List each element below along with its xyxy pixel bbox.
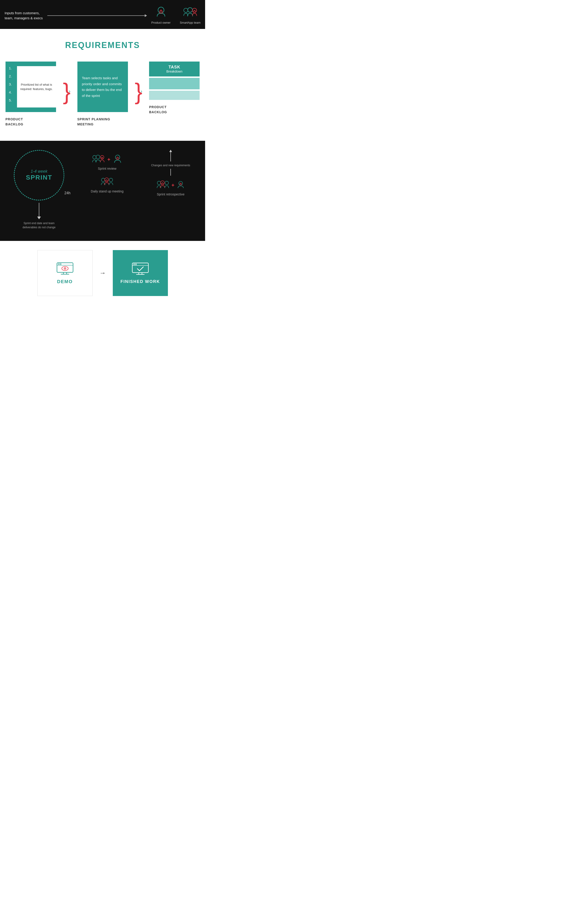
retro-plus-icon: + bbox=[172, 182, 175, 188]
top-icons: Product owner SmartApp team bbox=[152, 7, 201, 24]
arrow-line bbox=[47, 15, 147, 16]
sprint-circle: 1-4 week SPRINT 24h bbox=[14, 150, 64, 201]
plus-icon: + bbox=[107, 157, 110, 162]
svg-point-18 bbox=[157, 181, 161, 185]
daily-standup-group: Daily stand up meeting bbox=[91, 177, 123, 193]
up-arrow-icon bbox=[170, 150, 171, 161]
connector-2: } › bbox=[135, 80, 142, 103]
svg-point-2 bbox=[161, 12, 161, 12]
task-bar-1 bbox=[149, 78, 200, 89]
finished-screen-icon bbox=[131, 262, 150, 276]
daily-standup-icon bbox=[101, 177, 113, 188]
finished-work-label: FINISHED WORK bbox=[121, 279, 160, 284]
retro-team-icon bbox=[157, 180, 169, 191]
right-arrow-icon: → bbox=[100, 269, 106, 277]
svg-point-14 bbox=[101, 178, 105, 182]
backlog-inner: Prioritized list of what is required: fe… bbox=[17, 66, 56, 107]
task-sub: Breakdown bbox=[152, 70, 197, 73]
task-header: TASK Breakdown bbox=[149, 61, 200, 77]
chevron-right-2-icon: › bbox=[141, 89, 142, 94]
requirements-section: REQUIREMENTS 1. 2. 3. 4. 5. Prioritized … bbox=[0, 29, 205, 141]
demo-label: DEMO bbox=[57, 279, 73, 284]
connector-1: } › bbox=[63, 80, 70, 103]
svg-point-20 bbox=[165, 181, 168, 185]
task-bar-2 bbox=[149, 91, 200, 100]
task-backlog-label: PRODUCT BACKLOG bbox=[149, 104, 167, 115]
sprint-right: Changes and new requirements bbox=[143, 150, 198, 196]
svg-point-7 bbox=[93, 156, 96, 159]
finished-work-box: FINISHED WORK bbox=[113, 250, 168, 296]
sprint-label: SPRINT bbox=[26, 174, 52, 181]
svg-point-30 bbox=[58, 263, 59, 265]
backlog-label: PRODUCT BACKLOG bbox=[6, 117, 23, 127]
backlog-column: 1. 2. 3. 4. 5. Prioritized list of what … bbox=[6, 61, 56, 127]
backlog-inner-text: Prioritized list of what is required: fe… bbox=[19, 83, 54, 92]
svg-point-16 bbox=[109, 178, 113, 182]
smartapp-team-icon bbox=[183, 7, 197, 20]
daily-standup-label: Daily stand up meeting bbox=[91, 190, 123, 193]
sprint-middle: + Sprint review bbox=[76, 150, 138, 193]
sprint-planning-box: Team selects tasks and priority order an… bbox=[77, 61, 128, 112]
task-title: TASK bbox=[152, 65, 197, 70]
sprint-review-team-icon bbox=[92, 155, 105, 165]
sprint-review-icons: + bbox=[92, 155, 122, 165]
requirements-columns: 1. 2. 3. 4. 5. Prioritized list of what … bbox=[7, 61, 198, 127]
retro-person-icon bbox=[177, 180, 185, 191]
svg-point-4 bbox=[188, 8, 192, 12]
sprint-24h: 24h bbox=[64, 191, 70, 195]
svg-point-31 bbox=[60, 263, 61, 265]
svg-point-41 bbox=[135, 264, 136, 265]
task-breakdown-box: TASK Breakdown bbox=[149, 61, 200, 100]
svg-point-34 bbox=[64, 268, 65, 269]
svg-point-8 bbox=[96, 155, 100, 159]
retro-group: + Sprint retrospective bbox=[157, 180, 185, 196]
sprint-circle-area: 1-4 week SPRINT 24h Sprint end date and … bbox=[7, 150, 71, 230]
sprint-review-label: Sprint review bbox=[98, 167, 116, 170]
task-breakdown-column: TASK Breakdown PRODUCT BACKLOG bbox=[149, 61, 200, 115]
chevron-right-icon: › bbox=[69, 89, 70, 94]
sprint-planning-text: Team selects tasks and priority order an… bbox=[82, 75, 123, 98]
down-line bbox=[170, 169, 171, 176]
product-owner-label: Product owner bbox=[152, 21, 171, 24]
arrow-head-down bbox=[37, 217, 41, 219]
svg-point-3 bbox=[184, 8, 188, 12]
product-owner-icon bbox=[155, 7, 167, 20]
bottom-section: DEMO → FINISHED WORK bbox=[0, 241, 205, 310]
changes-area: Changes and new requirements bbox=[151, 150, 190, 176]
requirements-title: REQUIREMENTS bbox=[7, 40, 198, 50]
sprint-review-person-icon bbox=[113, 155, 122, 165]
smartapp-team-group: SmartApp team bbox=[180, 7, 201, 24]
sprint-layout: 1-4 week SPRINT 24h Sprint end date and … bbox=[7, 150, 198, 230]
inputs-text: Inputs from customers, team, managers & … bbox=[5, 11, 43, 21]
backlog-numbers: 1. 2. 3. 4. 5. bbox=[9, 66, 12, 102]
sprint-arrow-down bbox=[37, 203, 41, 219]
svg-point-24 bbox=[181, 184, 181, 185]
retro-label: Sprint retrospective bbox=[157, 193, 185, 196]
sprint-section: 1-4 week SPRINT 24h Sprint end date and … bbox=[0, 141, 205, 241]
sprint-weeks: 1-4 week bbox=[31, 169, 47, 174]
backlog-box: 1. 2. 3. 4. 5. Prioritized list of what … bbox=[6, 61, 56, 112]
smartapp-team-label: SmartApp team bbox=[180, 21, 201, 24]
sprint-planning-label: SPRINT PLANNING MEETING bbox=[77, 117, 110, 127]
changes-text: Changes and new requirements bbox=[151, 163, 190, 167]
sprint-end-text: Sprint end date and team deliverables do… bbox=[21, 221, 57, 230]
demo-box: DEMO bbox=[37, 250, 93, 296]
svg-point-13 bbox=[117, 158, 118, 159]
vertical-line-down bbox=[39, 203, 39, 217]
sprint-review-group: + Sprint review bbox=[92, 155, 122, 170]
sprint-planning-column: Team selects tasks and priority order an… bbox=[77, 61, 128, 127]
demo-screen-icon bbox=[56, 262, 74, 276]
top-section: Inputs from customers, team, managers & … bbox=[0, 0, 205, 29]
product-owner-group: Product owner bbox=[152, 7, 171, 24]
svg-point-40 bbox=[133, 264, 135, 265]
